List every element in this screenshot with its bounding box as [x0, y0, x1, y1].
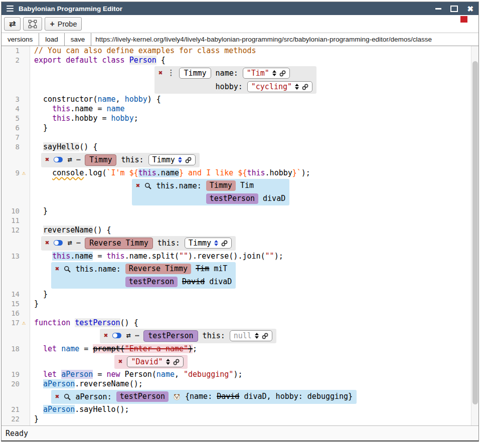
up-down-arrows-icon[interactable]	[295, 84, 299, 90]
swap-arrows-icon[interactable]: ⇄	[67, 154, 72, 165]
close-icon[interactable]: ✖	[467, 5, 473, 13]
magnifier-icon[interactable]	[64, 264, 71, 274]
code-line[interactable]: reverseName() {	[30, 226, 478, 235]
example-badge[interactable]: Reverse Timmy	[125, 264, 191, 274]
link-icon[interactable]	[185, 155, 192, 165]
scrollbar-track[interactable]	[471, 46, 478, 425]
code-token: .name	[70, 252, 93, 261]
code-token	[34, 142, 43, 151]
value-stepper[interactable]: null	[230, 330, 272, 341]
delete-icon[interactable]: ✖	[136, 180, 140, 191]
value-stepper[interactable]: "cycling"	[247, 81, 312, 92]
code-line[interactable]: }	[30, 206, 478, 216]
add-probe-button[interactable]: + Probe	[45, 17, 82, 31]
more-options-icon[interactable]: ⋯	[135, 330, 139, 341]
value-stepper[interactable]: Timmy	[148, 154, 196, 165]
url-field[interactable]: https://lively-kernel.org/lively4/lively…	[91, 33, 478, 46]
code-token: () {	[93, 226, 111, 235]
maximize-icon[interactable]	[450, 6, 458, 12]
value-stepper[interactable]: Timmy	[185, 238, 232, 249]
code-line[interactable]: constructor(name, hobby) {	[30, 95, 478, 104]
link-icon[interactable]	[302, 82, 308, 92]
delete-icon[interactable]: ✖	[55, 391, 59, 402]
code-line[interactable]: // You can also define examples for clas…	[30, 46, 478, 56]
more-options-icon[interactable]: ⋯	[76, 154, 80, 165]
code-line[interactable]: let aPerson = new Person(name, "debuggin…	[30, 370, 478, 379]
link-icon[interactable]	[173, 357, 180, 367]
up-down-arrows-icon[interactable]	[214, 240, 218, 246]
value-stepper[interactable]: "Tim"	[243, 68, 290, 79]
code-line[interactable]: sayHello() {	[30, 142, 478, 152]
code-token: }	[34, 290, 48, 299]
example-badge[interactable]: testPerson	[125, 277, 178, 287]
versions-button[interactable]: versions	[2, 33, 39, 46]
delete-icon[interactable]: ✖	[55, 264, 59, 274]
code-token: "debugging"	[184, 370, 233, 379]
code-line[interactable]: }	[30, 290, 478, 299]
up-down-arrows-icon[interactable]	[272, 70, 276, 76]
stepper-value: null	[234, 331, 252, 341]
gutter-cell	[2, 178, 30, 206]
scrollbar-thumb[interactable]	[472, 61, 478, 404]
magnifier-icon[interactable]	[144, 180, 151, 191]
code-line[interactable]: this.name = this.name.split("").reverse(…	[30, 252, 478, 261]
code-line[interactable]: console.log(`I'm ${this.name} and I like…	[30, 168, 478, 178]
menu-icon[interactable]	[7, 6, 14, 12]
param-label: hobby:	[216, 81, 243, 92]
gutter-cell: 1	[2, 46, 30, 56]
drag-handle-icon[interactable]: ⋮	[167, 68, 175, 78]
example-name-badge[interactable]: Timmy	[85, 154, 116, 166]
probe-value: Tim	[196, 264, 209, 273]
swap-arrows-icon[interactable]: ⇄	[126, 330, 130, 341]
up-down-arrows-icon[interactable]	[255, 333, 259, 339]
code-line[interactable]: this.name = name	[30, 104, 478, 114]
example-badge[interactable]: testPerson	[206, 193, 258, 204]
probe-label: this.name:	[156, 180, 201, 191]
code-line: ✖⋮Timmyname:"Tim"hobby:"cycling"	[30, 65, 478, 95]
toolbar: ⇄ + Probe	[2, 15, 478, 33]
delete-icon[interactable]: ✖	[104, 330, 108, 341]
code-token	[57, 344, 61, 353]
example-badge[interactable]: Timmy	[206, 180, 236, 191]
gutter-cell: 5	[2, 114, 30, 123]
code-line[interactable]: }	[30, 123, 478, 133]
link-icon[interactable]	[279, 68, 286, 79]
minimize-icon[interactable]	[435, 8, 441, 10]
toggle-on-icon[interactable]	[54, 157, 63, 162]
swap-arrows-icon[interactable]: ⇄	[67, 238, 72, 248]
code-line[interactable]	[30, 133, 478, 142]
value-stepper[interactable]: "David"	[127, 356, 183, 367]
link-icon[interactable]	[262, 331, 268, 341]
link-icon[interactable]	[221, 238, 228, 249]
swap-button[interactable]: ⇄	[4, 17, 21, 31]
code-line[interactable]	[30, 216, 478, 226]
select-marquee-button[interactable]	[23, 17, 42, 31]
code-line[interactable]: function testPerson() {	[30, 318, 478, 328]
up-down-arrows-icon[interactable]	[178, 157, 182, 163]
example-badge[interactable]: testPerson	[116, 391, 169, 402]
delete-icon[interactable]: ✖	[45, 154, 49, 165]
toggle-on-icon[interactable]	[112, 333, 121, 338]
code-line[interactable]: aPerson.sayHello();	[30, 405, 478, 414]
toggle-on-icon[interactable]	[54, 240, 63, 246]
code-line[interactable]: export default class Person {	[30, 56, 478, 65]
code-line[interactable]	[30, 309, 478, 318]
delete-icon[interactable]: ✖	[158, 68, 163, 78]
more-options-icon[interactable]: ⋯	[76, 238, 80, 248]
load-button[interactable]: load	[39, 33, 65, 46]
save-button[interactable]: save	[65, 33, 92, 46]
code-line[interactable]: }	[30, 414, 478, 424]
delete-icon[interactable]: ✖	[118, 356, 122, 367]
code-line[interactable]: let name = prompt("Enter a name");	[30, 344, 478, 354]
code-line[interactable]: }	[30, 299, 478, 309]
code-line[interactable]: this.hobby = hobby;	[30, 114, 478, 123]
example-name-badge[interactable]: Reverse Timmy	[85, 238, 152, 249]
code-token: =	[79, 344, 93, 353]
magnifier-icon[interactable]	[64, 391, 71, 402]
delete-icon[interactable]: ✖	[45, 238, 49, 248]
example-name-field[interactable]: Timmy	[179, 68, 211, 79]
code-line[interactable]: aPerson.reverseName();	[30, 379, 478, 389]
example-name-badge[interactable]: testPerson	[143, 330, 198, 342]
code-token	[34, 252, 52, 261]
up-down-arrows-icon[interactable]	[166, 359, 170, 365]
